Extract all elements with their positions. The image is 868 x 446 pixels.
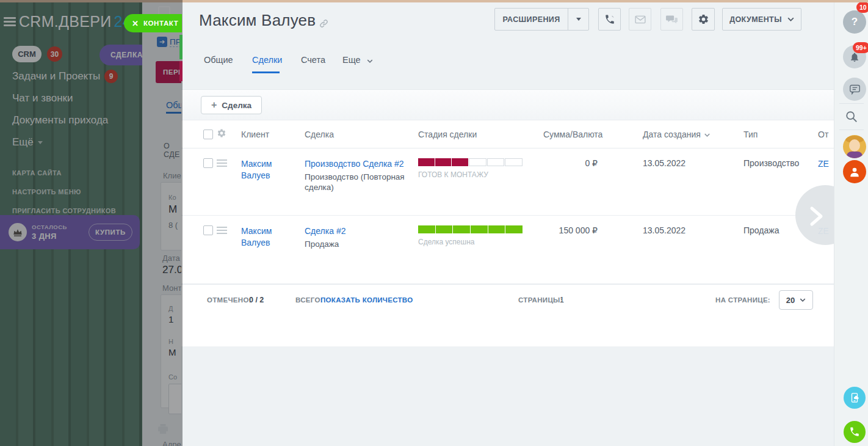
add-deal-button[interactable]: + Сделка (201, 96, 262, 114)
slider-dim-overlay[interactable] (0, 0, 183, 446)
right-toolbar-rail: ? 10 99+ (834, 2, 868, 446)
close-contact-button[interactable]: ✕ КОНТАКТ (124, 14, 182, 32)
active-tab-underline (252, 71, 280, 73)
close-label: КОНТАКТ (143, 20, 178, 27)
help-badge: 10 (856, 2, 868, 13)
column-sum[interactable]: Сумма/Валюта (543, 130, 624, 139)
per-page-label: НА СТРАНИЦЕ: (715, 296, 770, 304)
tab-deals[interactable]: Сделки (252, 55, 282, 65)
search-icon[interactable] (845, 110, 858, 126)
column-stage[interactable]: Стадия сделки (418, 130, 543, 139)
tab-more[interactable]: Еще (342, 55, 373, 65)
deal-date: 13.05.2022 (624, 158, 743, 168)
show-count-link[interactable]: ПОКАЗАТЬ КОЛИЧЕСТВО (320, 296, 413, 304)
copy-link-icon[interactable] (319, 19, 328, 31)
per-page-select[interactable]: 20 (779, 290, 813, 310)
deal-type: Производство (743, 158, 818, 168)
plus-icon: + (211, 100, 217, 111)
grid-settings-icon[interactable] (217, 128, 241, 141)
tab-more-label: Еще (342, 55, 361, 65)
column-client[interactable]: Клиент (241, 130, 305, 139)
checked-value: 0 / 2 (249, 296, 264, 304)
call-button[interactable] (598, 8, 621, 31)
rail-divider (839, 130, 864, 130)
phone-icon (606, 15, 614, 23)
stage-progress-bar (418, 225, 523, 233)
row-checkbox[interactable] (203, 225, 213, 235)
email-button[interactable] (629, 8, 651, 31)
telephony-icon[interactable] (844, 421, 866, 443)
column-date[interactable]: Дата создания (624, 129, 743, 139)
extensions-dropdown[interactable] (568, 9, 588, 30)
pages-label: СТРАНИЦЫ: (518, 296, 563, 304)
pages-value: 1 (560, 296, 564, 304)
caret-down-icon (576, 18, 581, 21)
chevron-down-icon (787, 17, 794, 21)
deal-funnel: Продажа (305, 239, 418, 250)
stacked-slider-tab-red[interactable] (179, 61, 183, 81)
tab-invoices[interactable]: Счета (301, 55, 325, 65)
chevron-down-icon (367, 59, 373, 63)
drag-handle-icon[interactable] (217, 159, 227, 169)
deals-grid: + Сделка Клиент Сделка Стадия сделки Сум… (181, 89, 834, 346)
chat-button[interactable] (660, 8, 683, 31)
stage-label: Сделка успешна (418, 238, 543, 246)
grid-header-row: Клиент Сделка Стадия сделки Сумма/Валюта… (181, 120, 834, 148)
total-label: ВСЕГО: (295, 296, 323, 304)
chevron-right-icon (809, 206, 825, 227)
deal-link[interactable]: Сделка #2 (305, 225, 354, 237)
gear-icon (699, 15, 708, 24)
column-responsible[interactable]: От (818, 130, 834, 139)
drag-handle-icon[interactable] (217, 227, 227, 236)
notifications-badge: 99+ (853, 42, 868, 53)
tab-general[interactable]: Общие (204, 55, 233, 65)
per-page-value: 20 (786, 296, 795, 305)
guest-avatar-icon[interactable] (843, 160, 866, 183)
extensions-button[interactable]: РАСШИРЕНИЯ (494, 8, 589, 31)
add-deal-label: Сделка (222, 101, 251, 110)
deal-funnel: Производство (Повторная сделка) (305, 172, 418, 193)
row-checkbox[interactable] (203, 158, 213, 168)
stage-progress-bar (418, 158, 523, 166)
documents-label: ДОКУМЕНТЫ (729, 15, 782, 24)
deal-sum: 150 000 ₽ (543, 225, 624, 235)
documents-button[interactable]: ДОКУМЕНТЫ (722, 8, 801, 31)
stacked-slider-tab-green[interactable] (179, 35, 183, 59)
helpdesk-chat-icon[interactable] (843, 78, 866, 101)
deal-link[interactable]: Производство Сделка #2 (305, 158, 413, 170)
page-title: Максим Валуев (199, 11, 316, 30)
table-row: Максим Валуев Сделка #2 Продажа Сделка у… (181, 216, 834, 284)
settings-button[interactable] (692, 8, 715, 31)
deal-sum: 0 ₽ (543, 158, 624, 168)
extensions-label: РАСШИРЕНИЯ (495, 15, 568, 24)
mobile-app-icon[interactable] (844, 387, 866, 409)
user-avatar[interactable] (843, 135, 866, 158)
chevron-down-icon (800, 298, 806, 302)
rail-divider (839, 103, 864, 104)
client-link[interactable]: Максим Валуев (241, 225, 305, 249)
close-icon: ✕ (132, 19, 139, 28)
deal-date: 13.05.2022 (624, 225, 743, 235)
sort-caret-icon (704, 129, 710, 139)
stage-label: ГОТОВ К МОНТАЖУ (418, 170, 543, 179)
help-icon[interactable]: ? (843, 10, 866, 34)
grid-toolbar: + Сделка (181, 90, 834, 120)
checked-label: ОТМЕЧЕНО: (207, 296, 251, 304)
column-deal[interactable]: Сделка (305, 130, 418, 139)
question-glyph: ? (852, 16, 858, 28)
client-link[interactable]: Максим Валуев (241, 158, 305, 181)
column-type[interactable]: Тип (743, 130, 818, 139)
grid-footer: ОТМЕЧЕНО: 0 / 2 ВСЕГО: ПОКАЗАТЬ КОЛИЧЕСТ… (181, 284, 834, 315)
column-date-label: Дата создания (643, 130, 701, 139)
contact-slider-panel: Максим Валуев РАСШИРЕНИЯ ДОКУМЕНТЫ Общие… (181, 2, 834, 446)
table-row: Максим Валуев Производство Сделка #2 Про… (181, 148, 834, 216)
responsible-link[interactable]: ZE (818, 158, 834, 170)
app-root: CRM.ДВЕРИ24 CRM 30 СДЕЛКА Задачи и Проек… (0, 0, 868, 446)
select-all-checkbox[interactable] (203, 130, 213, 139)
